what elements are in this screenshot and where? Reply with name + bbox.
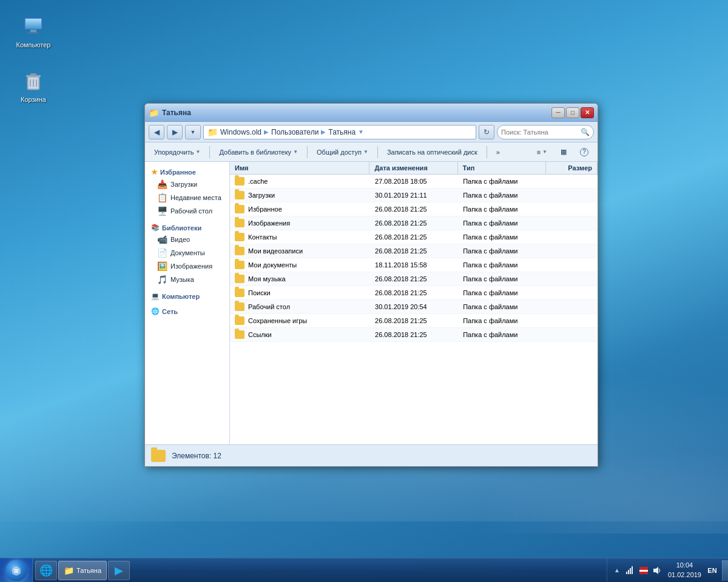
file-name: Загрузки — [248, 192, 275, 199]
col-header-type[interactable]: Тип — [458, 162, 546, 174]
share-button[interactable]: Общий доступ ▼ — [311, 144, 374, 160]
nav-recent-icon: 📋 — [157, 193, 167, 202]
taskbar-media-button[interactable]: ▶ — [108, 561, 130, 580]
maximize-button[interactable]: □ — [566, 107, 579, 118]
breadcrumb-part-3[interactable]: Татьяна — [328, 128, 356, 136]
tray-volume-icon[interactable] — [652, 566, 662, 575]
nav-item-documents[interactable]: 📄 Документы — [145, 246, 229, 259]
tray-flag-icon[interactable] — [639, 566, 649, 575]
nav-item-images[interactable]: 🖼️ Изображения — [145, 259, 229, 273]
search-box[interactable]: 🔍 — [497, 125, 594, 139]
file-list: Имя Дата изменения Тип Размер .cache 27.… — [230, 162, 598, 444]
svg-rect-17 — [632, 566, 633, 574]
help-button[interactable]: ? — [575, 144, 594, 160]
tray-network-icon[interactable] — [625, 566, 635, 575]
desktop-icon-trash[interactable]: Корзина — [12, 67, 55, 106]
arrange-button[interactable]: Упорядочить ▼ — [149, 144, 206, 160]
nav-images-icon: 🖼️ — [157, 261, 167, 271]
search-input[interactable] — [501, 129, 578, 136]
file-size — [546, 276, 598, 281]
file-size — [546, 332, 598, 337]
address-bar: ◀ ▶ ▼ 📁 Windows.old ▶ Пользователи ▶ Тат… — [145, 122, 598, 142]
nav-docs-icon: 📄 — [157, 248, 167, 258]
taskbar-explorer-button[interactable]: 📁 Татьяна — [58, 561, 107, 580]
table-row[interactable]: Ссылки 26.08.2018 21:25 Папка с файлами — [230, 328, 598, 342]
share-arrow-icon: ▼ — [363, 149, 368, 155]
libraries-icon: 📚 — [151, 224, 160, 232]
file-folder-icon — [235, 289, 244, 297]
tray-arrow-icon[interactable]: ▲ — [612, 566, 622, 575]
table-row[interactable]: .cache 27.08.2018 18:05 Папка с файлами — [230, 175, 598, 189]
back-button[interactable]: ◀ — [149, 125, 164, 139]
network-section[interactable]: 🌐 Сеть — [145, 305, 229, 316]
svg-rect-19 — [639, 570, 648, 572]
start-orb: ⊞ — [5, 560, 27, 581]
file-name: .cache — [248, 178, 268, 185]
forward-button[interactable]: ▶ — [167, 125, 183, 139]
table-row[interactable]: Сохраненные игры 26.08.2018 21:25 Папка … — [230, 314, 598, 328]
libraries-section[interactable]: 📚 Библиотеки — [145, 221, 229, 233]
file-name-cell: Контакты — [230, 230, 370, 244]
favorites-section[interactable]: ★ Избранное — [145, 166, 229, 178]
nav-item-video[interactable]: 📹 Видео — [145, 233, 229, 246]
minimize-button[interactable]: ─ — [551, 107, 565, 118]
tray-clock[interactable]: 10:04 01.02.2019 — [666, 561, 704, 580]
file-name: Мои видеозаписи — [248, 247, 303, 255]
search-icon: 🔍 — [581, 128, 590, 136]
file-type: Папка с файлами — [458, 203, 546, 215]
table-row[interactable]: Избранное 26.08.2018 21:25 Папка с файла… — [230, 202, 598, 216]
nav-folder-icon: 📥 — [157, 179, 167, 189]
toolbar-right: ≡ ▼ ▦ ? — [531, 144, 594, 160]
add-to-library-button[interactable]: Добавить в библиотеку ▼ — [214, 144, 303, 160]
table-row[interactable]: Загрузки 30.01.2019 21:11 Папка с файлам… — [230, 189, 598, 202]
table-row[interactable]: Контакты 26.08.2018 21:25 Папка с файлам… — [230, 230, 598, 244]
nav-music-icon: 🎵 — [157, 275, 167, 284]
breadcrumb-part-2[interactable]: Пользователи — [271, 128, 318, 136]
close-button[interactable]: ✕ — [581, 107, 594, 118]
file-name-cell: .cache — [230, 175, 370, 188]
file-type: Папка с файлами — [458, 273, 546, 285]
nav-desktop-icon: 🖥️ — [157, 206, 167, 216]
help-icon: ? — [580, 148, 588, 156]
file-folder-icon — [235, 303, 244, 311]
refresh-button[interactable]: ↻ — [479, 125, 494, 139]
tray-date: 01.02.2019 — [668, 570, 701, 580]
file-date: 26.08.2018 21:25 — [370, 287, 458, 299]
file-size — [546, 249, 598, 253]
table-row[interactable]: Изображения 26.08.2018 21:25 Папка с фай… — [230, 216, 598, 230]
desktop-icon-computer[interactable]: Компьютер — [12, 12, 55, 52]
toolbar-sep-2 — [307, 146, 308, 158]
svg-marker-21 — [653, 567, 658, 574]
nav-item-music[interactable]: 🎵 Музыка — [145, 273, 229, 286]
computer-section[interactable]: 💻 Компьютер — [145, 290, 229, 301]
more-button[interactable]: » — [491, 144, 505, 160]
burn-button[interactable]: Записать на оптический диск — [382, 144, 483, 160]
table-row[interactable]: Поиски 26.08.2018 21:25 Папка с файлами — [230, 286, 598, 300]
file-size — [546, 290, 598, 295]
nav-item-recent[interactable]: 📋 Недавние места — [145, 191, 229, 204]
tray-language[interactable]: EN — [707, 566, 717, 575]
table-row[interactable]: Рабочий стол 30.01.2019 20:54 Папка с фа… — [230, 300, 598, 314]
table-row[interactable]: Мои видеозаписи 26.08.2018 21:25 Папка с… — [230, 244, 598, 258]
address-breadcrumb[interactable]: 📁 Windows.old ▶ Пользователи ▶ Татьяна ▼ — [203, 125, 476, 139]
svg-rect-2 — [30, 30, 36, 32]
nav-item-downloads[interactable]: 📥 Загрузки — [145, 178, 229, 191]
start-button[interactable]: ⊞ — [0, 558, 33, 583]
up-button[interactable]: ▼ — [185, 125, 201, 139]
show-desktop-button[interactable] — [722, 560, 728, 581]
table-row[interactable]: Мои документы 18.11.2018 15:58 Папка с ф… — [230, 258, 598, 272]
file-folder-icon — [235, 219, 244, 227]
col-header-name[interactable]: Имя — [230, 162, 369, 174]
nav-video-icon: 📹 — [157, 235, 167, 244]
explorer-window: 📁 Татьяна ─ □ ✕ ◀ ▶ ▼ 📁 Windows.old ▶ По… — [144, 103, 598, 467]
col-header-date[interactable]: Дата изменения — [369, 162, 457, 174]
col-header-size[interactable]: Размер — [546, 162, 598, 174]
taskbar-ie-button[interactable]: 🌐 — [35, 561, 57, 580]
nav-item-desktop[interactable]: 🖥️ Рабочий стол — [145, 204, 229, 218]
table-row[interactable]: Моя музыка 26.08.2018 21:25 Папка с файл… — [230, 272, 598, 286]
media-icon: ▶ — [115, 564, 123, 577]
breadcrumb-part-1[interactable]: Windows.old — [220, 128, 261, 136]
preview-button[interactable]: ▦ — [555, 144, 572, 160]
view-button[interactable]: ≡ ▼ — [531, 144, 553, 160]
file-size — [546, 318, 598, 323]
